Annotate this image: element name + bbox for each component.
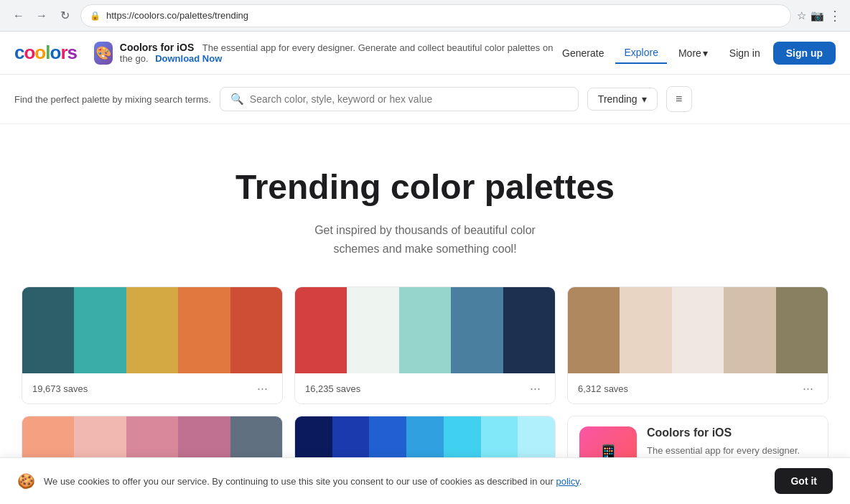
palette-card[interactable]: 19,673 saves ··· bbox=[22, 286, 283, 404]
color-swatch bbox=[347, 287, 398, 373]
cookie-policy-link[interactable]: policy bbox=[556, 476, 579, 487]
palette-more-button[interactable]: ··· bbox=[526, 381, 545, 396]
color-swatch bbox=[620, 287, 671, 373]
color-swatch bbox=[724, 287, 775, 373]
palette-footer: 16,235 saves ··· bbox=[295, 373, 555, 403]
navbar: coolors 🎨 Coolors for iOS The essential … bbox=[0, 32, 850, 75]
color-swatch bbox=[295, 287, 347, 373]
nav-more[interactable]: More ▾ bbox=[670, 43, 716, 63]
palette-saves: 19,673 saves bbox=[32, 383, 88, 394]
search-bar[interactable]: 🔍 bbox=[220, 87, 579, 111]
color-swatch bbox=[230, 287, 282, 373]
sort-dropdown[interactable]: Trending ▾ bbox=[587, 88, 658, 111]
color-swatch bbox=[503, 287, 555, 373]
promo-content: Coolors for iOS The essential app for ev… bbox=[120, 42, 554, 64]
reload-button[interactable]: ↻ bbox=[55, 6, 75, 26]
cookie-message: We use cookies to offer you our service.… bbox=[44, 476, 554, 487]
palette-footer: 19,673 saves ··· bbox=[22, 373, 282, 403]
search-input[interactable] bbox=[250, 93, 568, 105]
cookie-icon: 🍪 bbox=[17, 472, 35, 490]
signup-button[interactable]: Sign up bbox=[773, 42, 836, 65]
list-view-icon: ≡ bbox=[676, 93, 682, 106]
palette-card[interactable]: 6,312 saves ··· bbox=[567, 286, 828, 404]
bookmark-icon[interactable]: ☆ bbox=[797, 9, 806, 22]
color-swatch bbox=[22, 287, 74, 373]
search-icon: 🔍 bbox=[230, 93, 244, 106]
menu-icon[interactable]: ⋮ bbox=[828, 8, 841, 24]
color-swatch bbox=[399, 287, 451, 373]
promo-download-link[interactable]: Download Now bbox=[155, 53, 222, 64]
logo-link[interactable]: coolors bbox=[14, 42, 77, 64]
color-swatch bbox=[178, 287, 230, 373]
palette-colors bbox=[295, 287, 555, 373]
palette-saves: 6,312 saves bbox=[578, 383, 628, 394]
cookie-text: We use cookies to offer you our service.… bbox=[44, 476, 766, 487]
search-section: Find the perfect palette by mixing searc… bbox=[0, 75, 850, 124]
nav-generate[interactable]: Generate bbox=[554, 43, 612, 63]
signin-button[interactable]: Sign in bbox=[719, 42, 770, 64]
color-swatch bbox=[568, 287, 620, 373]
color-swatch bbox=[776, 287, 828, 373]
cookie-banner: 🍪 We use cookies to offer you our servic… bbox=[0, 457, 850, 504]
palette-more-button[interactable]: ··· bbox=[253, 381, 272, 396]
address-bar[interactable]: 🔒 https://coolors.co/palettes/trending bbox=[80, 4, 791, 27]
palette-footer: 6,312 saves ··· bbox=[568, 373, 828, 403]
palette-colors bbox=[568, 287, 828, 373]
chevron-down-icon: ▾ bbox=[703, 47, 708, 59]
color-swatch bbox=[672, 287, 724, 373]
screenshot-icon[interactable]: 📷 bbox=[811, 9, 824, 22]
forward-button[interactable]: → bbox=[32, 6, 52, 26]
nav-links: Generate Explore More ▾ Sign in Sign up bbox=[554, 42, 836, 65]
lock-icon: 🔒 bbox=[90, 11, 101, 21]
sort-chevron-icon: ▾ bbox=[642, 93, 647, 105]
url-text: https://coolors.co/palettes/trending bbox=[106, 10, 782, 21]
color-swatch bbox=[451, 287, 503, 373]
color-swatch bbox=[126, 287, 178, 373]
promo-app-icon: 🎨 bbox=[94, 42, 113, 65]
palette-colors bbox=[22, 287, 282, 373]
list-view-button[interactable]: ≡ bbox=[666, 86, 692, 112]
palette-card[interactable]: 16,235 saves ··· bbox=[294, 286, 556, 404]
browser-toolbar: ☆ 📷 ⋮ bbox=[797, 8, 841, 24]
nav-promo-banner: 🎨 Coolors for iOS The essential app for … bbox=[94, 42, 554, 65]
nav-more-label: More bbox=[678, 47, 701, 59]
browser-chrome: ← → ↻ 🔒 https://coolors.co/palettes/tren… bbox=[0, 0, 850, 32]
search-hint-text: Find the perfect palette by mixing searc… bbox=[14, 94, 211, 105]
palette-saves: 16,235 saves bbox=[305, 383, 360, 394]
logo: coolors bbox=[14, 42, 77, 64]
hero-subtitle: Get inspired by thousands of beautiful c… bbox=[188, 221, 662, 258]
hero-section: Trending color palettes Get inspired by … bbox=[174, 124, 676, 286]
color-swatch bbox=[74, 287, 126, 373]
sort-label: Trending bbox=[598, 93, 638, 105]
promo-app-name: Coolors for iOS bbox=[120, 42, 194, 53]
nav-buttons: ← → ↻ bbox=[9, 6, 75, 26]
back-button[interactable]: ← bbox=[9, 6, 29, 26]
nav-explore[interactable]: Explore bbox=[615, 42, 666, 64]
palette-more-button[interactable]: ··· bbox=[798, 381, 818, 396]
ios-promo-title: Coolors for iOS bbox=[647, 426, 816, 439]
hero-title: Trending color palettes bbox=[188, 167, 662, 207]
cookie-accept-button[interactable]: Got it bbox=[775, 468, 833, 494]
